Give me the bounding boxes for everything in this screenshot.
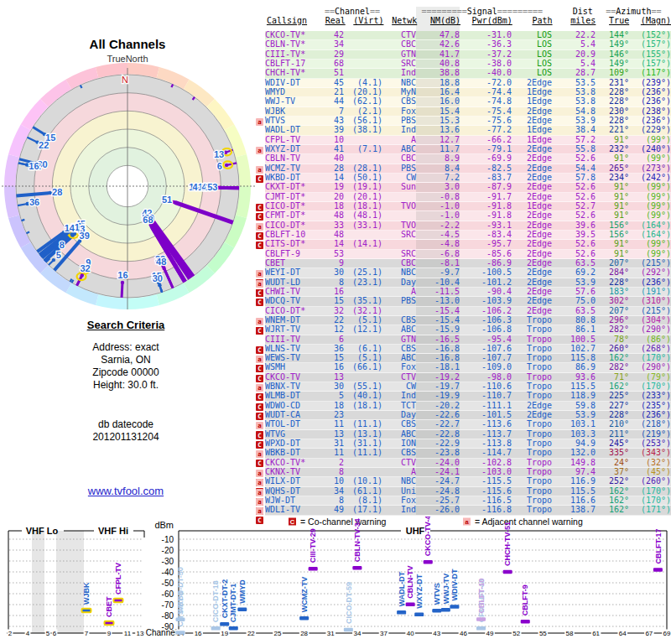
real-channel: 13 bbox=[324, 430, 344, 439]
virtual-channel: (8.1) bbox=[344, 496, 382, 505]
callsign: WTVS bbox=[265, 117, 324, 125]
dist-miles: 94.9 bbox=[552, 439, 596, 448]
callsign: WTVG bbox=[265, 430, 324, 439]
co-channel-warning-icon: C bbox=[256, 289, 263, 297]
dist-miles: 86.1 bbox=[552, 325, 596, 334]
radar-channel-label: 48 bbox=[156, 257, 166, 267]
table-row: CCHWI-TV16A-11.5-90.42Edge57.6183°(191°) bbox=[248, 288, 671, 297]
channel-tick-label: 40 bbox=[407, 630, 414, 637]
table-row: CWLNS-TV36(6.1)CBS-16.8-107.6Tropo102.72… bbox=[248, 345, 671, 354]
warning-badges bbox=[248, 335, 265, 345]
network bbox=[382, 307, 416, 315]
real-channel: 5 bbox=[324, 392, 344, 400]
azimuth-true: 162° bbox=[596, 496, 629, 505]
azimuth-magnetic: (236°) bbox=[629, 97, 671, 106]
callsign: WBKB-DT bbox=[265, 449, 324, 457]
nm-db: 11.7 bbox=[416, 145, 460, 153]
pwr-dbm: -113.8 bbox=[460, 439, 512, 448]
table-row: CWDCQ-TV15(35.1)PBS-13.0-103.92Edge75.03… bbox=[248, 297, 671, 306]
virtual-channel bbox=[344, 459, 382, 467]
network: NBC bbox=[382, 477, 416, 486]
network: A bbox=[382, 136, 416, 144]
signal-bar-label: WTVS bbox=[433, 583, 441, 605]
warning-badges bbox=[248, 97, 265, 106]
nm-db: -4.5 bbox=[416, 231, 460, 239]
table-row: WDIV-DT45(4.1)NBC18.8-72.02Edge53.5231°(… bbox=[248, 79, 671, 88]
co-channel-warning-icon: C bbox=[256, 403, 263, 411]
real-channel: 34 bbox=[324, 40, 344, 49]
dist-miles: 63.5 bbox=[552, 307, 596, 315]
nm-db: 41.7 bbox=[416, 50, 460, 59]
virtual-channel: (61.1) bbox=[344, 487, 382, 496]
virtual-channel: (35.1) bbox=[344, 297, 382, 305]
callsign: WDWO-CD bbox=[265, 402, 324, 410]
dist-miles: 39.6 bbox=[552, 221, 596, 230]
azimuth-magnetic: (99°) bbox=[629, 136, 671, 144]
network: NBC bbox=[382, 268, 416, 277]
warning-badges: C bbox=[248, 174, 265, 183]
adjacent-warning-icon: a bbox=[256, 479, 263, 486]
azimuth-magnetic: (164°) bbox=[629, 231, 671, 239]
nm-db: -1.0 bbox=[416, 202, 460, 210]
real-channel: 12 bbox=[324, 325, 344, 334]
real-channel: 53 bbox=[324, 250, 344, 258]
signal-bar bbox=[82, 609, 91, 613]
pwr-dbm: -95.7 bbox=[460, 240, 512, 248]
nm-db: -13.0 bbox=[416, 297, 460, 305]
nm-db: -24.8 bbox=[416, 487, 460, 496]
azimuth-magnetic: (155°) bbox=[629, 50, 671, 59]
nm-db: 3.0 bbox=[416, 183, 460, 191]
dist-miles: 53.8 bbox=[552, 88, 596, 96]
signal-bar bbox=[476, 626, 486, 631]
dist-miles: 115.5 bbox=[552, 487, 596, 496]
path: 2Edge bbox=[512, 250, 552, 258]
azimuth-magnetic: (157°) bbox=[629, 40, 671, 49]
azimuth-true: 207° bbox=[596, 307, 629, 315]
virtual-channel: (14.1) bbox=[344, 240, 382, 248]
tvfool-link[interactable]: www.tvfool.com bbox=[88, 485, 164, 497]
signal-bar bbox=[220, 622, 229, 626]
network: TVO bbox=[382, 221, 416, 230]
azimuth-magnetic: (215°) bbox=[629, 307, 671, 315]
azimuth-magnetic: (45°) bbox=[629, 468, 671, 476]
azimuth-magnetic: (292°) bbox=[629, 268, 671, 277]
callsign: CBLFT-10 bbox=[265, 231, 324, 239]
path: 2Edge bbox=[512, 402, 552, 410]
nm-db: 7.2 bbox=[416, 174, 460, 182]
signal-bar bbox=[406, 603, 415, 607]
real-channel: 28 bbox=[324, 164, 344, 173]
pwr-dbm: -107.6 bbox=[460, 345, 512, 353]
callsign: WDIV-DT bbox=[265, 79, 324, 87]
nm-db: -18.1 bbox=[416, 363, 460, 371]
azimuth-true: 71° bbox=[596, 373, 629, 382]
dist-miles: 52.6 bbox=[552, 250, 596, 258]
dist-miles: 54.4 bbox=[552, 164, 596, 173]
network bbox=[382, 193, 416, 201]
azimuth-magnetic: (86°) bbox=[629, 335, 671, 344]
real-channel: 34 bbox=[324, 487, 344, 496]
table-row: aCWUDT-LD8(23.1)Day-10.4-101.22Edge53.92… bbox=[248, 278, 671, 288]
network: SRC bbox=[382, 250, 416, 258]
table-row: WADL-DT39(38.1)Ind13.6-77.21Edge38.4221°… bbox=[248, 126, 671, 135]
co-channel-warning-icon: C bbox=[256, 232, 263, 240]
table-row: WWJ-TV44(62.1)CBS16.0-74.81Edge53.8228°(… bbox=[248, 97, 671, 106]
path: 1Edge bbox=[512, 136, 552, 144]
table-row: aWCMZ-TV28(28.1)PBS8.4-82.52Edge54.4265°… bbox=[248, 164, 671, 174]
pwr-dbm: -85.6 bbox=[460, 250, 512, 258]
azimuth-true: 302° bbox=[596, 297, 629, 305]
pwr-dbm: -87.9 bbox=[460, 183, 512, 191]
pwr-dbm: -111.1 bbox=[460, 402, 512, 410]
table-row: CBLN-TV40CBC8.9-69.92Edge52.691°(99°) bbox=[248, 154, 671, 164]
table-row: CCBLFT-1048SRC-4.5-83.42Edge39.5156°(164… bbox=[248, 231, 671, 240]
virtual-channel: (66.1) bbox=[344, 363, 382, 371]
real-channel: 11 bbox=[324, 420, 344, 428]
callsign: WJW-DT bbox=[265, 496, 324, 505]
table-row: CCITS-DT*14(14.1)-4.8-95.72Edge52.691°(9… bbox=[248, 240, 671, 249]
virtual-channel bbox=[344, 468, 382, 476]
nm-db: 12.7 bbox=[416, 136, 460, 144]
virtual-channel bbox=[344, 250, 382, 258]
pwr-dbm: -115.6 bbox=[460, 487, 512, 496]
pwr-dbm: -106.3 bbox=[460, 316, 512, 325]
nm-db: -15.4 bbox=[416, 307, 460, 315]
network: A bbox=[382, 468, 416, 476]
